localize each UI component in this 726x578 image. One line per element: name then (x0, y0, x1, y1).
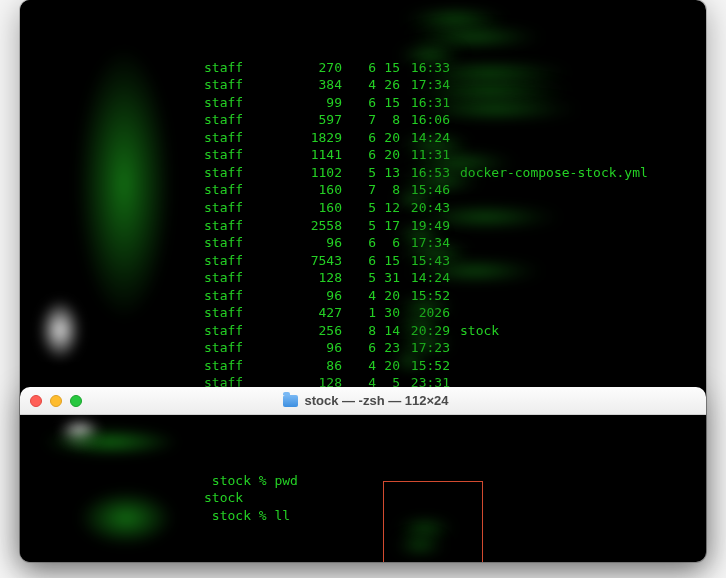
folder-icon (283, 395, 298, 407)
window-titlebar[interactable]: stock — -zsh — 112×24 (20, 387, 706, 415)
terminal-window-bottom: stock — -zsh — 112×24 stock % pwdstock s… (20, 387, 706, 562)
terminal-output-bottom[interactable]: stock % pwdstock stock % ll staff2358142… (20, 415, 706, 562)
terminal-line: stock % pwd (204, 472, 698, 490)
listing-row: staff8642015:52 (204, 357, 698, 375)
terminal-line: stock (204, 489, 698, 507)
blurred-left-column-bottom (20, 415, 200, 562)
window-title: stock — -zsh — 112×24 (36, 393, 696, 408)
